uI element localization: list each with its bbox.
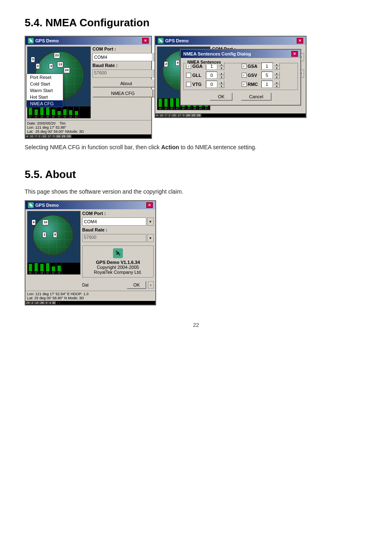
baud-arrow-3[interactable]: ▼ xyxy=(147,234,154,242)
spin-dn-vtg[interactable]: ▼ xyxy=(219,84,224,88)
bar-36: 36 xyxy=(33,106,39,118)
nmea-dialog-close[interactable]: ✕ xyxy=(291,51,298,57)
baud-combo-1: 57600 ▼ xyxy=(92,69,160,78)
spin-up-gll[interactable]: ▲ xyxy=(219,72,224,75)
close-btn-2[interactable]: ✕ xyxy=(297,38,303,44)
nmea-ok-btn[interactable]: OK xyxy=(210,92,233,101)
status-lat-3: Lat: 25 deg 00' 58.90'' N Mode: 3D xyxy=(27,296,154,300)
about-scroll-right[interactable]: › xyxy=(148,281,154,289)
close-btn-1[interactable]: ✕ xyxy=(142,38,149,44)
com-label-3: COM Port : xyxy=(82,211,154,216)
status-lon-3: Lon: 121 deg 17' 52.84" E HDOP: 1.0 xyxy=(27,292,154,296)
section-55-heading: 5.5. About xyxy=(25,168,367,181)
bar3-33: 33 xyxy=(56,263,62,274)
sat3-6: 6 xyxy=(32,220,36,225)
nmea-check-vtg[interactable] xyxy=(186,82,191,87)
titlebar-1: 🛰 GPS Demo ✕ xyxy=(25,37,151,45)
about-company: RoyalTek Company Ltd. xyxy=(85,270,151,275)
nmea-spin-gsv: ▲ ▼ xyxy=(274,72,280,79)
window-body-3: 6 10 2 8 36 37 36 37 32 33 COM Port : xyxy=(25,209,155,291)
com-input-1[interactable] xyxy=(92,53,152,61)
nmea-group-label: NMEA Sentences xyxy=(186,60,222,65)
status-lat-1: Lat: 25 deg 00' 59.00" NMode: 3D xyxy=(27,130,150,134)
nmea-check-rmc[interactable] xyxy=(242,82,247,87)
bar2-41: 41 xyxy=(175,98,180,110)
nmea-cancel-btn[interactable]: Cancel xyxy=(241,92,271,101)
page-number: 22 xyxy=(25,322,367,328)
com-combo-1: ▼ xyxy=(92,53,160,61)
nmea-check-gsa[interactable] xyxy=(242,64,247,69)
status-lon-1: Lon: 121 deg 17' 52.88" xyxy=(27,125,150,130)
menu-port-reset[interactable]: Port Reset xyxy=(27,74,63,81)
close-btn-3[interactable]: ✕ xyxy=(146,202,153,208)
bar-33: 33 xyxy=(62,106,68,118)
status-bar-1: Date: 2005/05/20 Tim Lon: 121 deg 17' 52… xyxy=(25,120,151,134)
sat-23: 23 xyxy=(54,53,60,58)
desc-55: This page shows the software version and… xyxy=(25,187,367,196)
spin-dn-gsa[interactable]: ▼ xyxy=(274,66,280,70)
window-title-2: GPS Demo xyxy=(165,38,189,43)
spin-dn-gga[interactable]: ▼ xyxy=(219,66,224,70)
nmea-row-rmc: RMC ▲ ▼ xyxy=(242,81,295,88)
bar-39a: 39 xyxy=(39,106,45,118)
spin-up-vtg[interactable]: ▲ xyxy=(219,81,224,84)
nmea-val-gsa[interactable] xyxy=(261,62,273,70)
bar-36b: 36 xyxy=(51,106,56,118)
window-body-1: 23 2 4 13 24 5 10 7 17 29 37 36 39 39 xyxy=(25,45,151,120)
spin-dn-gll[interactable]: ▼ xyxy=(219,75,224,79)
status-date-1: Date: 2005/05/20 Tim xyxy=(27,121,150,125)
nmea-val-gll[interactable] xyxy=(206,72,217,79)
spin-up-gsv[interactable]: ▲ xyxy=(274,72,280,75)
com-arrow-3[interactable]: ▼ xyxy=(147,217,154,226)
spin-dn-gsv[interactable]: ▼ xyxy=(274,75,280,79)
app-icon-1: 🛰 xyxy=(28,38,34,44)
bar3-32: 32 xyxy=(51,263,56,274)
spin-up-gsa[interactable]: ▲ xyxy=(274,62,280,66)
com-input-3[interactable] xyxy=(82,217,146,226)
nmea-val-rmc[interactable] xyxy=(261,81,273,88)
nmea-cfg-label-1[interactable]: NMEA CFG xyxy=(92,89,153,97)
nmea-group-box: NMEA Sentences GGA ▲ ▼ xyxy=(183,63,298,90)
nmea-dialog: NMEA Sentences Config Dialog ✕ NMEA Sent… xyxy=(180,49,301,106)
nmea-spin-gll: ▲ ▼ xyxy=(219,72,224,79)
nmea-check-gsv[interactable] xyxy=(242,73,247,78)
spin-dn-rmc[interactable]: ▼ xyxy=(274,84,280,88)
nmea-spin-vtg: ▲ ▼ xyxy=(219,81,224,88)
bottom-bar-1: 37 36 39 39 36 24 33 32 31 xyxy=(28,106,90,118)
about-ok-btn[interactable]: OK xyxy=(127,281,146,289)
bottom-nums-3: 29 2 10 26 6 4 8 xyxy=(25,301,155,305)
about-icon: 🛰 xyxy=(113,248,123,258)
gps-right-3: COM Port : ▼ Baud Rate : 57600 ▼ 🛰 GPS D… xyxy=(82,211,154,289)
window-title-1: GPS Demo xyxy=(35,38,59,43)
nmea-val-vtg[interactable] xyxy=(206,81,217,88)
status-bar-3: Lon: 121 deg 17' 52.84" E HDOP: 1.0 Lat:… xyxy=(25,291,155,301)
sat-24: 24 xyxy=(64,67,70,73)
bar2-39b: 39 xyxy=(163,98,169,110)
gps-window-1: 🛰 GPS Demo ✕ 23 2 4 13 24 5 xyxy=(25,36,152,139)
menu-warm-start[interactable]: Warm Start xyxy=(27,87,63,94)
baud-input-3: 57600 xyxy=(82,234,146,242)
app-icon-3: 🛰 xyxy=(28,202,34,208)
section-54: 5.4. NMEA Configuration 🛰 GPS Demo ✕ 23 xyxy=(25,16,367,152)
menu-nmea-cfg[interactable]: NMEA CFG xyxy=(27,100,63,107)
bar3-36b: 36 xyxy=(39,263,45,274)
titlebar-2: 🛰 GPS Demo ✕ xyxy=(155,37,306,45)
bar-24: 24 xyxy=(56,106,62,118)
gps-window-2: 🛰 GPS Demo ✕ 23 2 4 12 39 39 xyxy=(154,36,307,118)
bar2-39c: 39 xyxy=(169,98,175,110)
about-btn-1[interactable]: About xyxy=(92,79,160,88)
bottom-bar-3: 36 37 36 37 32 33 xyxy=(28,263,80,274)
nmea-dialog-body: NMEA Sentences GGA ▲ ▼ xyxy=(181,58,300,105)
nmea-val-gsv[interactable] xyxy=(261,72,273,79)
desc-54: Selecting NMEA CFG in function scroll ba… xyxy=(25,143,367,152)
nmea-label-vtg: VTG xyxy=(192,82,205,87)
menu-hot-start[interactable]: Hot Start xyxy=(27,94,63,100)
nmea-row-vtg: VTG ▲ ▼ xyxy=(186,81,240,88)
nmea-dialog-titlebar: NMEA Sentences Config Dialog ✕ xyxy=(181,50,300,58)
sat2-2: 2 xyxy=(164,61,168,67)
globe-3: 6 10 2 8 36 37 36 37 32 33 xyxy=(27,211,81,275)
spin-up-rmc[interactable]: ▲ xyxy=(274,81,280,84)
nmea-check-gll[interactable] xyxy=(186,73,191,78)
about-title: GPS Demo V1.1.6.34 xyxy=(85,260,151,265)
menu-cold-start[interactable]: Cold Start xyxy=(27,81,63,87)
